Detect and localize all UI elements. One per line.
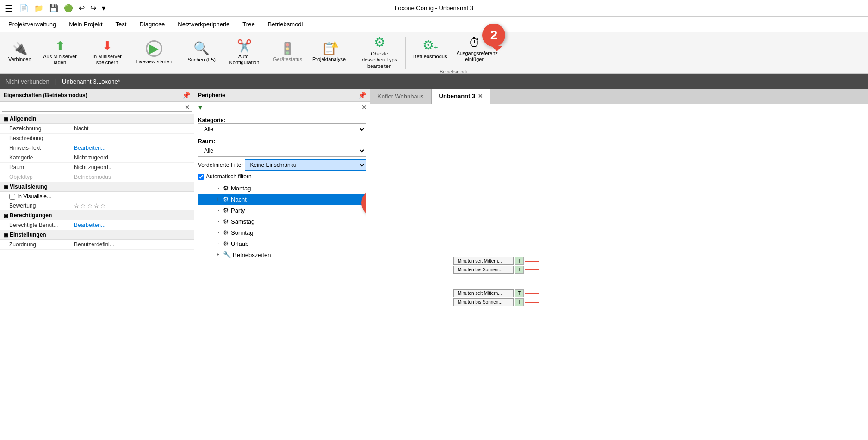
geratestatus-label: Gerätestatus xyxy=(273,56,302,62)
tree-item-party[interactable]: ·· ⚙ Party xyxy=(198,205,366,216)
zuordnung-value: Benutzerdefinl... xyxy=(74,241,190,248)
search-clear-icon[interactable]: ✕ xyxy=(185,104,190,111)
undo-icon[interactable]: ↩ xyxy=(77,3,87,13)
menu-mein-projekt[interactable]: Mein Projekt xyxy=(62,19,109,30)
in-visualisierung-checkbox[interactable] xyxy=(9,194,15,200)
section-einstellungen[interactable]: ▣ Einstellungen xyxy=(0,230,194,240)
bezeichnung-value: Nacht xyxy=(74,125,190,132)
tree-item-betriebszeiten[interactable]: + 🔧 Betriebszeiten xyxy=(198,249,366,260)
redo-icon[interactable]: ↪ xyxy=(88,3,98,13)
berechtigte-value[interactable]: Bearbeiten... xyxy=(74,222,190,228)
auto-config-label: Auto-Konfiguration xyxy=(226,54,263,66)
status-bar: Nicht verbunden | Unbenannt 3.Loxone* xyxy=(0,74,868,89)
node-port-1b: Minuten bis Sonnen... xyxy=(453,266,514,274)
node-port-2a-label: Minuten seit Mittern... xyxy=(458,291,502,296)
party-icon: ⚙ xyxy=(223,207,229,214)
search-icon: 🔍 xyxy=(193,42,210,55)
prop-bezeichnung: Bezeichnung Nacht xyxy=(0,124,194,134)
left-panel-title: Eigenschaften (Betriebsmodus) xyxy=(4,92,87,98)
hamburger-button[interactable]: ☰ xyxy=(5,4,13,13)
more-icon[interactable]: ▾ xyxy=(100,3,107,13)
kategorie-row: Kategorie: Alle xyxy=(198,117,366,135)
bezeichnung-label: Bezeichnung xyxy=(9,125,74,132)
verbinden-button[interactable]: 🔌 Verbinden xyxy=(4,34,36,71)
visualisierung-expand-icon: ▣ xyxy=(4,184,8,189)
node-output-2a: T xyxy=(515,289,524,297)
middle-pin-icon[interactable]: 📌 xyxy=(358,92,366,99)
tab-unbenannt3-label: Unbenannt 3 xyxy=(439,92,476,99)
hinweis-value[interactable]: Bearbeiten... xyxy=(74,145,190,151)
sonntag-icon: ⚙ xyxy=(223,229,229,236)
urlaub-expand: ·· xyxy=(215,240,221,247)
bewertung-value[interactable]: ☆ ☆ ☆ ☆ ☆ xyxy=(74,202,190,209)
montag-icon: ⚙ xyxy=(223,184,229,192)
save-icon[interactable]: 💾 xyxy=(47,3,60,13)
node-port-1b-label: Minuten bis Sonnen... xyxy=(458,267,502,272)
menu-betriebsmodi[interactable]: Betriebsmodi xyxy=(261,19,310,30)
betriebsmodus-icon: ⚙+ xyxy=(422,39,438,52)
prop-objekttyp: Objekttyp Betriebsmodus xyxy=(0,172,194,182)
section-berechtigungen[interactable]: ▣ Berechtigungen xyxy=(0,211,194,220)
search-box-wrap: ✕ xyxy=(0,102,194,113)
in-visualisierung-label: In Visualisie... xyxy=(17,193,51,200)
in-miniserver-button[interactable]: ⬇ In Miniserver speichern xyxy=(84,34,130,71)
tree-item-samstag[interactable]: ·· ⚙ Samstag xyxy=(198,216,366,227)
download-icon: ⬇ xyxy=(102,40,112,52)
export-icon[interactable]: 🟢 xyxy=(62,3,75,13)
liveview-button[interactable]: ▶ Liveview starten xyxy=(131,34,177,71)
prop-bewertung: Bewertung ☆ ☆ ☆ ☆ ☆ xyxy=(0,201,194,211)
tree-item-sonntag[interactable]: ·· ⚙ Sonntag xyxy=(198,227,366,238)
tree-item-montag[interactable]: ·· ⚙ Montag xyxy=(198,183,366,194)
einstellungen-expand-icon: ▣ xyxy=(4,232,8,238)
urlaub-icon: ⚙ xyxy=(223,240,229,247)
tree-item-urlaub[interactable]: ·· ⚙ Urlaub xyxy=(198,238,366,249)
menu-tree[interactable]: Tree xyxy=(236,19,261,30)
verbinden-label: Verbinden xyxy=(8,56,31,62)
aus-miniserver-button[interactable]: ⬆ Aus Miniserver laden xyxy=(37,34,83,71)
tree-item-nacht[interactable]: + ⚙ Nacht 1 xyxy=(198,194,366,205)
betriebsmodus-button[interactable]: ⚙+ Betriebsmodus xyxy=(409,31,452,68)
kategorie-dropdown[interactable]: Alle xyxy=(198,123,366,135)
menu-diagnose[interactable]: Diagnose xyxy=(133,19,171,30)
party-expand: ·· xyxy=(215,207,221,214)
predefined-filter-row: Vordefinierte Filter Keine Einschränku xyxy=(198,159,366,171)
auto-config-icon: ✂️ xyxy=(237,40,252,52)
projektanalyse-button[interactable]: 📋⚠️ Projektanalyse xyxy=(308,34,350,71)
section-visualisierung[interactable]: ▣ Visualisierung xyxy=(0,182,194,192)
suchen-label: Suchen (F5) xyxy=(187,57,216,63)
node-connector-2b xyxy=(525,302,539,303)
geratestatus-button[interactable]: 🚦 Gerätestatus xyxy=(268,34,307,71)
ausgangsreferenz-label: Ausgangsreferenz einfügen xyxy=(456,50,493,62)
filter-icon: ▼ xyxy=(197,104,204,111)
search-input[interactable] xyxy=(2,103,192,112)
open-folder-icon[interactable]: 📁 xyxy=(32,3,45,13)
new-file-icon[interactable]: 📄 xyxy=(18,3,31,13)
middle-panel-title: Peripherie xyxy=(198,92,225,98)
section-allgemein[interactable]: ▣ Allgemein xyxy=(0,114,194,124)
suchen-button[interactable]: 🔍 Suchen (F5) xyxy=(183,34,220,71)
ausgangsreferenz-button[interactable]: ⏱ Ausgangsreferenz einfügen 2 xyxy=(452,31,498,68)
pin-icon[interactable]: 📌 xyxy=(182,92,190,99)
predefined-dropdown[interactable]: Keine Einschränku xyxy=(245,159,366,171)
canvas-area[interactable]: Minuten seit Mittern... T Minuten bis So… xyxy=(370,104,868,440)
in-miniserver-label: In Miniserver speichern xyxy=(89,54,126,66)
menu-netzwerkperipherie[interactable]: Netzwerkperipherie xyxy=(171,19,236,30)
window-title: Loxone Config - Unbenannt 3 xyxy=(395,5,473,12)
prop-kategorie: Kategorie Nicht zugeord... xyxy=(0,153,194,163)
raum-dropdown[interactable]: Alle xyxy=(198,145,366,157)
node-port-2b-label: Minuten bis Sonnen... xyxy=(458,299,502,305)
auto-filter-checkbox[interactable] xyxy=(198,174,204,180)
tab-kofler[interactable]: Kofler Wohnhaus xyxy=(370,89,432,104)
filter-clear-icon[interactable]: ✕ xyxy=(361,104,367,111)
menu-test[interactable]: Test xyxy=(109,19,133,30)
objekte-button[interactable]: ⚙ Objekte desselben Typs bearbeiten xyxy=(356,34,403,71)
menu-projektverwaltung[interactable]: Projektverwaltung xyxy=(2,19,62,30)
tab-unbenannt3-close[interactable]: ✕ xyxy=(478,93,483,99)
tab-unbenannt3[interactable]: Unbenannt 3 ✕ xyxy=(432,89,491,104)
node-connector-2a xyxy=(525,293,539,294)
auto-config-button[interactable]: ✂️ Auto-Konfiguration xyxy=(221,34,267,71)
right-panel: Kofler Wohnhaus Unbenannt 3 ✕ Minuten se… xyxy=(370,89,868,440)
prop-hinweis: Hinweis-Text Bearbeiten... xyxy=(0,143,194,153)
node-connector-1a xyxy=(525,261,539,262)
objekte-label: Objekte desselben Typs bearbeiten xyxy=(361,51,398,69)
